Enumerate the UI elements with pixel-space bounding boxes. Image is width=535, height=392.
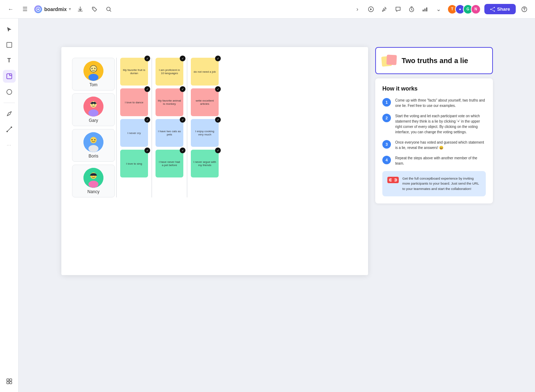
title-sticky-group [382, 53, 397, 68]
check-icon: ✓ [180, 148, 185, 153]
notes-col-1: ✓ My favorite fruit is durian ✓ I love t… [118, 58, 150, 197]
sticky-gary-3[interactable]: ✓ write excellent articles [191, 88, 219, 116]
board-content: Tom [61, 47, 368, 208]
sticky-nancy-1[interactable]: ✓ I love to sing [120, 150, 148, 177]
sticky-tom-2[interactable]: ✓ I am proficient in 10 languages [156, 58, 183, 86]
celebrate-icon[interactable] [379, 4, 389, 14]
download-button[interactable] [75, 4, 85, 14]
check-icon: ✓ [180, 86, 185, 92]
note-cell: ✓ I have never had a pet before [156, 150, 183, 177]
sticky-boris-3[interactable]: ✓ I enjoy cooking very much [191, 119, 219, 147]
sticky-decoration-2 [386, 55, 397, 65]
note-cell: ✓ do not need a job [191, 58, 219, 86]
step-text-1: Come up with three "facts" about yoursel… [395, 98, 486, 108]
svg-rect-5 [423, 10, 424, 11]
sidebar-frame-tool[interactable] [3, 38, 16, 51]
search-button[interactable] [104, 4, 114, 14]
back-button[interactable]: ← [6, 4, 16, 14]
sticky-boris-1[interactable]: ✓ I never cry [120, 119, 148, 147]
check-icon: ✓ [144, 117, 150, 123]
board-title: Two truths and a lie [402, 57, 468, 65]
note-cell: ✓ I have two cats as pets [156, 119, 183, 147]
svg-point-18 [11, 127, 12, 128]
help-icon[interactable] [519, 4, 529, 14]
sticky-nancy-3[interactable]: ✓ I never argue with my friends [191, 150, 219, 177]
sidebar-connector-tool[interactable] [3, 123, 16, 136]
svg-rect-47 [391, 179, 395, 181]
check-icon: ✓ [215, 56, 221, 61]
svg-point-40 [88, 181, 98, 188]
sticky-gary-2[interactable]: ✓ My favorite animal is monkey [156, 88, 183, 116]
note-cell: ✓ I never cry [120, 119, 148, 147]
people-column: Tom [72, 58, 115, 197]
sidebar-cursor-tool[interactable] [3, 23, 16, 36]
svg-point-38 [95, 139, 96, 140]
notes-col-2: ✓ I am proficient in 10 languages ✓ My f… [153, 58, 185, 197]
svg-rect-7 [426, 7, 427, 11]
sticky-nancy-2[interactable]: ✓ I have never had a pet before [156, 150, 183, 177]
note-cell: ✓ I enjoy cooking very much [191, 119, 219, 147]
note-cell: ✓ My favorite animal is monkey [156, 88, 183, 116]
svg-point-36 [90, 137, 97, 143]
svg-point-37 [92, 139, 93, 140]
play-icon[interactable] [366, 4, 376, 14]
svg-point-33 [95, 104, 96, 105]
step-num-1: 1 [382, 98, 391, 107]
expand-icon[interactable]: ⌄ [434, 4, 444, 14]
svg-rect-13 [7, 42, 12, 47]
sidebar-more[interactable]: ··· [3, 139, 16, 151]
svg-point-43 [95, 175, 96, 176]
svg-point-12 [524, 10, 525, 11]
svg-point-9 [494, 7, 495, 8]
sidebar-grid-tool[interactable] [3, 375, 16, 388]
svg-point-8 [490, 9, 491, 10]
svg-rect-6 [424, 9, 426, 11]
person-card-gary: Gary [72, 93, 115, 126]
note-cell: ✓ I am proficient in 10 languages [156, 58, 183, 86]
tag-button[interactable] [90, 4, 100, 14]
brand-logo[interactable]: boardmix ▾ [34, 5, 71, 13]
brand-chevron[interactable]: ▾ [69, 7, 71, 11]
comment-icon[interactable] [393, 4, 403, 14]
timer-icon[interactable] [407, 4, 417, 14]
svg-rect-22 [10, 382, 12, 384]
check-icon: ✓ [215, 148, 221, 153]
svg-point-17 [6, 131, 8, 132]
sticky-gary-1[interactable]: ✓ I love to dance [120, 88, 148, 116]
avatar-boris [83, 132, 103, 152]
sidebar-shape-tool[interactable] [3, 86, 16, 98]
person-card-tom: Tom [72, 58, 115, 91]
menu-button[interactable]: ☰ [20, 4, 30, 14]
person-name-tom: Tom [90, 82, 98, 87]
avatar-group: T ● G N [447, 4, 481, 14]
svg-point-25 [88, 74, 98, 81]
check-icon: ✓ [215, 86, 221, 92]
more-tools-chevron[interactable]: › [352, 4, 362, 14]
promo-banner: Get the full conceptboard experience by … [382, 171, 486, 196]
canvas-area[interactable]: Tom [19, 19, 535, 392]
sticky-tom-1[interactable]: ✓ My favorite fruit is durian [120, 58, 148, 86]
col-sep-2 [152, 58, 152, 197]
step-text-4: Repeat the steps above with another memb… [395, 155, 486, 166]
svg-point-10 [494, 10, 495, 11]
svg-point-28 [95, 68, 96, 69]
svg-point-26 [90, 66, 97, 72]
svg-rect-21 [7, 382, 9, 384]
svg-point-1 [93, 8, 94, 9]
chart-icon[interactable] [420, 4, 430, 14]
sticky-tom-3[interactable]: ✓ do not need a job [191, 58, 219, 86]
svg-point-30 [88, 109, 98, 117]
sidebar-text-tool[interactable]: T [3, 54, 16, 67]
svg-point-35 [88, 145, 98, 152]
share-label: Share [497, 6, 510, 12]
check-icon: ✓ [144, 86, 150, 92]
board: Tom [61, 47, 368, 275]
title-card: Two truths and a lie [375, 47, 493, 74]
sticky-boris-2[interactable]: ✓ I have two cats as pets [156, 119, 183, 147]
sidebar-pen-tool[interactable] [3, 107, 16, 120]
brand-icon [34, 5, 42, 13]
sidebar-sticky-tool[interactable] [3, 70, 16, 83]
share-button[interactable]: Share [484, 4, 516, 14]
svg-point-32 [92, 104, 93, 105]
person-card-boris: Boris [72, 129, 115, 162]
